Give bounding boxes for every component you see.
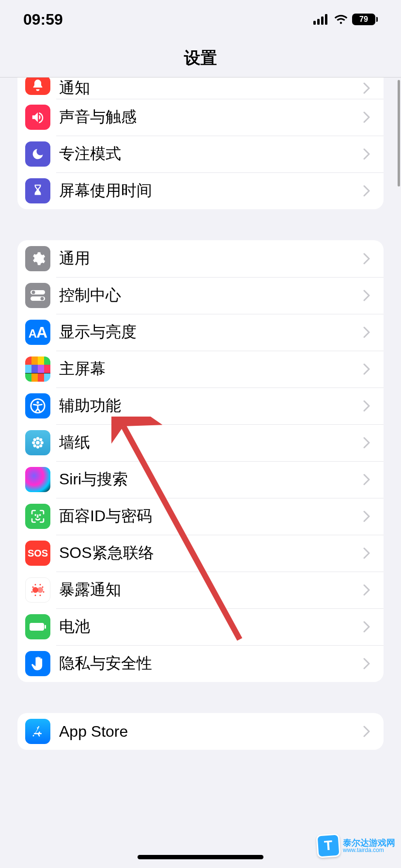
svg-point-14 — [41, 441, 44, 444]
flower-icon — [25, 430, 50, 455]
chevron-right-icon — [363, 621, 370, 633]
svg-rect-32 — [45, 625, 46, 629]
row-sos[interactable]: SOS SOS紧急联络 — [17, 535, 384, 572]
watermark-name: 泰尔达游戏网 — [343, 838, 395, 847]
battery-percent: 79 — [353, 15, 374, 24]
moon-icon — [25, 141, 50, 167]
watermark-url: www.tairda.com — [343, 847, 395, 853]
row-label: 声音与触感 — [59, 107, 363, 128]
page-title: 设置 — [184, 47, 217, 69]
chevron-right-icon — [363, 111, 370, 123]
hourglass-icon — [25, 178, 50, 203]
row-siri[interactable]: Siri与搜索 — [17, 461, 384, 498]
svg-point-23 — [32, 587, 34, 588]
chevron-right-icon — [363, 82, 370, 94]
home-grid-icon — [25, 356, 50, 382]
siri-icon — [25, 467, 50, 492]
svg-point-7 — [41, 297, 44, 300]
row-display[interactable]: AA 显示与亮度 — [17, 314, 384, 351]
chevron-right-icon — [363, 185, 370, 197]
row-label: 屏幕使用时间 — [59, 180, 363, 202]
svg-point-25 — [31, 591, 33, 593]
svg-point-18 — [39, 444, 42, 447]
gear-icon — [25, 246, 50, 271]
svg-point-26 — [43, 591, 45, 593]
svg-point-9 — [36, 401, 39, 403]
row-label: App Store — [59, 723, 363, 741]
svg-point-10 — [36, 441, 40, 445]
row-battery[interactable]: 电池 — [17, 608, 384, 645]
row-label: 专注模式 — [59, 143, 363, 165]
svg-point-19 — [35, 515, 36, 515]
row-label: 显示与亮度 — [59, 322, 363, 343]
svg-point-11 — [36, 437, 39, 440]
chevron-right-icon — [363, 363, 370, 375]
row-wallpaper[interactable]: 墙纸 — [17, 424, 384, 461]
cellular-icon — [313, 14, 330, 25]
chevron-right-icon — [363, 547, 370, 559]
svg-point-13 — [32, 441, 35, 444]
svg-point-15 — [33, 438, 36, 441]
svg-point-5 — [32, 291, 35, 294]
settings-group-general: 通用 控制中心 AA 显示与亮度 主屏幕 辅助功能 — [17, 240, 384, 682]
row-notifications[interactable]: 通知 — [17, 78, 384, 99]
row-label: 电池 — [59, 616, 363, 637]
status-indicators: 79 — [313, 14, 378, 25]
row-faceid[interactable]: 面容ID与密码 — [17, 498, 384, 535]
svg-point-29 — [35, 595, 36, 596]
chevron-right-icon — [363, 253, 370, 264]
svg-point-24 — [42, 587, 44, 588]
settings-group-appstore: App Store — [17, 713, 384, 750]
svg-rect-1 — [317, 19, 320, 25]
exposure-icon — [25, 577, 50, 603]
row-label: SOS紧急联络 — [59, 542, 363, 564]
battery-icon — [25, 614, 50, 639]
chevron-right-icon — [363, 511, 370, 522]
row-sounds[interactable]: 声音与触感 — [17, 99, 384, 136]
watermark-logo-icon: T — [316, 833, 340, 858]
svg-point-20 — [40, 515, 40, 515]
status-time: 09:59 — [23, 11, 63, 29]
row-label: 控制中心 — [59, 285, 363, 306]
row-label: 通知 — [59, 78, 363, 99]
sos-icon: SOS — [25, 541, 50, 566]
wifi-icon — [334, 14, 348, 25]
row-accessibility[interactable]: 辅助功能 — [17, 388, 384, 424]
row-screentime[interactable]: 屏幕使用时间 — [17, 172, 384, 209]
svg-point-16 — [39, 438, 42, 441]
row-label: 暴露通知 — [59, 579, 363, 601]
row-control-center[interactable]: 控制中心 — [17, 277, 384, 314]
watermark: T 泰尔达游戏网 www.tairda.com — [317, 834, 395, 857]
row-home-screen[interactable]: 主屏幕 — [17, 351, 384, 388]
settings-group-notifications: 通知 声音与触感 专注模式 屏幕使用时间 — [17, 78, 384, 209]
svg-rect-3 — [325, 14, 327, 25]
row-privacy[interactable]: 隐私与安全性 — [17, 645, 384, 682]
row-focus[interactable]: 专注模式 — [17, 136, 384, 172]
svg-point-12 — [36, 446, 39, 449]
svg-point-17 — [33, 444, 36, 447]
row-exposure[interactable]: 暴露通知 — [17, 572, 384, 608]
svg-point-22 — [37, 587, 43, 593]
row-general[interactable]: 通用 — [17, 240, 384, 277]
switches-icon — [25, 283, 50, 308]
row-label: 主屏幕 — [59, 358, 363, 380]
appstore-icon — [25, 719, 50, 744]
chevron-right-icon — [363, 326, 370, 338]
svg-point-28 — [40, 584, 41, 586]
chevron-right-icon — [363, 400, 370, 412]
scroll-indicator[interactable] — [398, 80, 400, 186]
row-label: 通用 — [59, 248, 363, 269]
chevron-right-icon — [363, 584, 370, 596]
row-label: Siri与搜索 — [59, 469, 363, 490]
svg-rect-0 — [313, 21, 316, 25]
battery-icon: 79 — [352, 14, 378, 25]
row-label: 面容ID与密码 — [59, 506, 363, 527]
svg-point-27 — [35, 584, 36, 586]
home-indicator[interactable] — [138, 855, 263, 859]
chevron-right-icon — [363, 658, 370, 669]
bell-icon — [25, 78, 50, 95]
accessibility-icon — [25, 393, 50, 418]
row-label: 墙纸 — [59, 432, 363, 453]
svg-point-30 — [40, 595, 41, 596]
row-appstore[interactable]: App Store — [17, 713, 384, 750]
